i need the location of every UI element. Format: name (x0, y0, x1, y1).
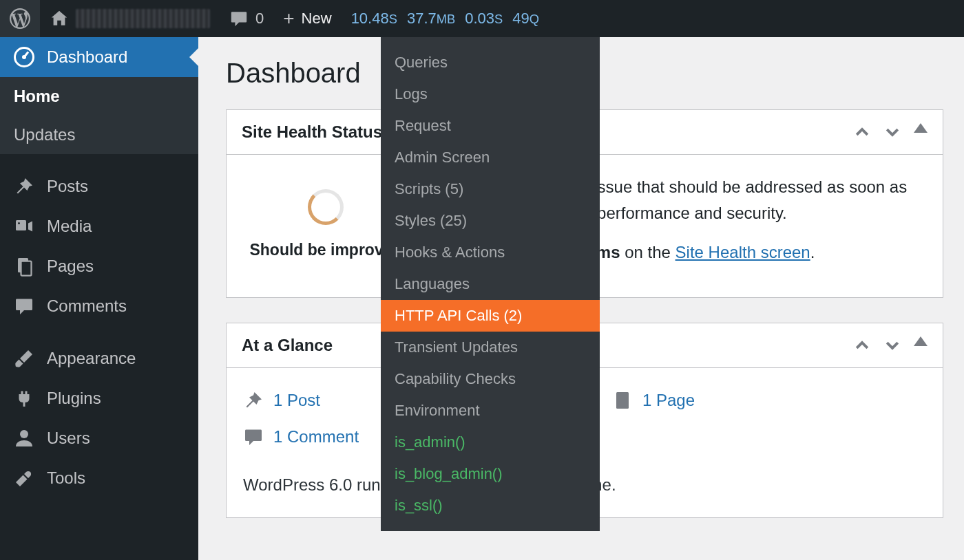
svg-rect-2 (16, 220, 26, 230)
qm-queries: 49Q (512, 10, 539, 28)
new-content-link[interactable]: + New (273, 0, 341, 37)
svg-rect-5 (21, 261, 32, 276)
health-progress-circle (308, 189, 344, 225)
sidebar-sub-home[interactable]: Home (0, 77, 198, 116)
svg-rect-7 (616, 392, 629, 409)
qm-menu-item[interactable]: HTTP API Calls (2) (381, 300, 600, 332)
sidebar-label: Dashboard (47, 47, 127, 67)
media-icon (14, 216, 34, 237)
panel-controls (853, 123, 928, 141)
svg-point-3 (18, 222, 20, 224)
admin-bar: 0 + New 10.48S 37.7MB 0.03S 49Q (0, 0, 964, 37)
pin-icon (14, 176, 34, 197)
qm-menu-item[interactable]: Logs (381, 78, 600, 110)
chevron-down-icon[interactable] (883, 123, 901, 141)
qm-menu-item[interactable]: Hooks & Actions (381, 237, 600, 268)
sidebar-item-plugins[interactable]: Plugins (0, 378, 198, 418)
plugin-icon (14, 388, 34, 409)
qm-memory: 37.7MB (407, 10, 455, 28)
wp-logo-menu[interactable] (0, 0, 40, 37)
qm-menu-item[interactable]: is_ssl() (381, 490, 600, 521)
panel-title: Site Health Status (242, 122, 382, 142)
sidebar-item-tools[interactable]: Tools (0, 458, 198, 498)
home-icon (50, 9, 69, 28)
svg-point-6 (20, 430, 28, 438)
sidebar-item-pages[interactable]: Pages (0, 246, 198, 286)
sidebar-label: Appearance (47, 349, 136, 368)
triangle-up-icon[interactable] (914, 123, 928, 133)
qm-menu-item[interactable]: Styles (25) (381, 205, 600, 237)
sidebar-item-users[interactable]: Users (0, 418, 198, 458)
query-monitor-stats[interactable]: 10.48S 37.7MB 0.03S 49Q (342, 0, 549, 37)
sidebar-item-comments[interactable]: Comments (0, 286, 198, 326)
page-icon (612, 390, 633, 411)
wrench-icon (14, 468, 34, 488)
brush-icon (14, 348, 34, 369)
site-name-blurred (76, 9, 210, 28)
sidebar-label: Posts (47, 177, 88, 196)
plus-icon: + (283, 8, 294, 30)
qm-time: 10.48S (351, 10, 397, 28)
qm-dbtime: 0.03S (465, 10, 503, 28)
chevron-up-icon[interactable] (853, 336, 871, 354)
admin-sidebar: Dashboard Home Updates Posts Media Pages… (0, 37, 198, 560)
sidebar-item-media[interactable]: Media (0, 206, 198, 246)
triangle-up-icon[interactable] (914, 336, 928, 346)
qm-menu-item[interactable]: Scripts (5) (381, 173, 600, 205)
home-link[interactable] (40, 0, 220, 37)
panel-controls (853, 336, 928, 354)
site-health-link[interactable]: Site Health screen (675, 243, 810, 261)
pages-icon (14, 256, 34, 277)
sidebar-label: Users (47, 429, 90, 448)
panel-title: At a Glance (242, 336, 333, 355)
new-label: New (302, 10, 332, 28)
qm-menu-item[interactable]: Languages (381, 268, 600, 300)
sidebar-item-posts[interactable]: Posts (0, 166, 198, 206)
glance-pages-link[interactable]: 1 Page (612, 387, 926, 413)
qm-menu-item[interactable]: Capability Checks (381, 363, 600, 395)
qm-menu-item[interactable]: is_blog_admin() (381, 458, 600, 490)
qm-menu-item[interactable]: Transient Updates (381, 332, 600, 363)
comment-icon (243, 427, 264, 447)
chevron-up-icon[interactable] (853, 123, 871, 141)
comment-count: 0 (255, 10, 264, 28)
comments-link[interactable]: 0 (220, 0, 273, 37)
qm-menu-item[interactable]: Admin Screen (381, 142, 600, 173)
sidebar-label: Media (47, 217, 92, 236)
qm-menu-item[interactable]: Queries (381, 47, 600, 78)
sidebar-item-appearance[interactable]: Appearance (0, 338, 198, 378)
comments-icon (14, 296, 34, 316)
qm-menu-item[interactable]: Request (381, 110, 600, 142)
sidebar-label: Comments (47, 297, 127, 316)
svg-point-1 (22, 55, 26, 59)
user-icon (14, 428, 34, 449)
dashboard-icon (14, 47, 34, 67)
chevron-down-icon[interactable] (883, 336, 901, 354)
wordpress-logo-icon (10, 8, 30, 29)
sidebar-label: Plugins (47, 389, 101, 408)
pin-icon (243, 390, 264, 411)
comment-icon (229, 9, 249, 28)
qm-menu-item[interactable]: is_admin() (381, 427, 600, 458)
sidebar-label: Tools (47, 469, 85, 488)
query-monitor-dropdown: QueriesLogsRequestAdmin ScreenScripts (5… (381, 37, 600, 531)
sidebar-label: Pages (47, 257, 94, 276)
qm-menu-item[interactable]: Environment (381, 395, 600, 427)
sidebar-sub-updates[interactable]: Updates (0, 116, 198, 154)
sidebar-item-dashboard[interactable]: Dashboard (0, 37, 198, 77)
